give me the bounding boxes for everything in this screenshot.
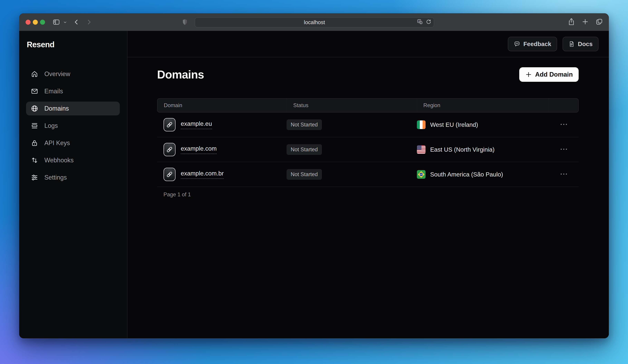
- browser-toolbar: localhost A x: [19, 13, 609, 31]
- sidebar-item-emails[interactable]: Emails: [26, 84, 120, 98]
- sidebar-item-label: Settings: [44, 174, 67, 181]
- domain-link[interactable]: example.com.br: [181, 170, 224, 179]
- column-header-actions: [549, 99, 578, 112]
- link-icon: [163, 118, 175, 131]
- sidebar-item-overview[interactable]: Overview: [26, 67, 120, 81]
- sidebar-toggle-icon[interactable]: [52, 18, 60, 26]
- domains-page: Domains Add Domain Domain Status Re: [127, 57, 609, 198]
- status-badge: Not Started: [287, 169, 322, 180]
- column-header-status: Status: [287, 99, 417, 112]
- browser-window: localhost A x: [19, 13, 609, 338]
- column-header-region: Region: [417, 99, 549, 112]
- globe-icon: [31, 105, 38, 112]
- sidebar-item-label: Overview: [44, 70, 70, 78]
- home-icon: [31, 70, 38, 78]
- sidebar-item-domains[interactable]: Domains: [26, 102, 120, 116]
- new-tab-icon[interactable]: [582, 18, 589, 26]
- sidebar-item-logs[interactable]: Logs: [26, 119, 120, 133]
- svg-text:x: x: [420, 22, 421, 24]
- sidebar-item-label: API Keys: [44, 139, 70, 147]
- privacy-shield-icon: [182, 19, 187, 25]
- desktop-background: localhost A x: [0, 0, 628, 364]
- back-button[interactable]: [73, 19, 80, 26]
- link-icon: [163, 143, 175, 156]
- sidebar: Resend Overview: [19, 31, 127, 338]
- sidebar-item-webhooks[interactable]: Webhooks: [26, 153, 120, 167]
- domain-link[interactable]: example.eu: [181, 120, 212, 129]
- translate-icon[interactable]: A x: [417, 19, 423, 26]
- table-row: example.com Not Started East US (North V…: [157, 137, 579, 162]
- forward-button[interactable]: [85, 19, 92, 26]
- zoom-window-button[interactable]: [40, 20, 45, 25]
- share-icon[interactable]: [568, 18, 575, 26]
- sidebar-item-settings[interactable]: Settings: [26, 171, 120, 184]
- sidebar-item-label: Logs: [44, 122, 58, 129]
- row-menu-button[interactable]: [560, 148, 568, 151]
- feedback-button[interactable]: Feedback: [508, 37, 557, 51]
- domains-table: Domain Status Region: [157, 98, 579, 187]
- docs-file-icon: [568, 41, 575, 47]
- close-window-button[interactable]: [26, 20, 31, 25]
- add-domain-label: Add Domain: [535, 71, 573, 78]
- ireland-flag-icon: [417, 121, 425, 129]
- region-label: East US (North Virginia): [430, 146, 495, 153]
- sidebar-item-label: Emails: [44, 88, 63, 95]
- add-domain-button[interactable]: Add Domain: [519, 67, 579, 82]
- reload-icon[interactable]: [426, 19, 431, 26]
- docs-button-label: Docs: [578, 41, 593, 48]
- table-header: Domain Status Region: [157, 98, 579, 113]
- tab-overview-icon[interactable]: [595, 18, 603, 26]
- sidebar-nav: Overview Emails: [26, 67, 120, 184]
- docs-button[interactable]: Docs: [562, 37, 599, 51]
- row-menu-button[interactable]: [560, 123, 568, 126]
- brazil-flag-icon: [417, 170, 425, 179]
- sidebar-item-api-keys[interactable]: API Keys: [26, 136, 120, 150]
- traffic-lights: [26, 20, 45, 25]
- status-badge: Not Started: [287, 119, 322, 130]
- table-row: example.eu Not Started West EU (Ireland): [157, 113, 579, 137]
- settings-sliders-icon: [31, 174, 38, 181]
- toolbar-right-buttons: [568, 13, 603, 31]
- pagination-status: Page 1 of 1: [157, 191, 579, 198]
- page-title: Domains: [157, 68, 204, 81]
- address-bar[interactable]: localhost A x: [195, 17, 434, 27]
- us-flag-icon: [417, 145, 425, 154]
- mail-icon: [31, 88, 38, 95]
- domain-link[interactable]: example.com: [181, 145, 217, 154]
- row-menu-button[interactable]: [560, 173, 568, 176]
- table-row: example.com.br Not Started South America…: [157, 162, 579, 187]
- main-area: Feedback Docs Domains: [127, 31, 609, 338]
- feedback-button-label: Feedback: [523, 41, 551, 48]
- lock-icon: [31, 139, 38, 147]
- minimize-window-button[interactable]: [33, 20, 38, 25]
- column-header-domain: Domain: [157, 99, 287, 112]
- address-bar-url: localhost: [304, 19, 325, 26]
- resend-logo: Resend: [19, 31, 127, 49]
- region-label: South America (São Paulo): [430, 171, 503, 178]
- chevron-down-icon[interactable]: [63, 20, 67, 24]
- logs-icon: [31, 122, 38, 129]
- resend-app: Resend Overview: [19, 31, 609, 338]
- sidebar-item-label: Webhooks: [44, 157, 74, 164]
- link-icon: [163, 168, 175, 181]
- region-label: West EU (Ireland): [430, 121, 478, 128]
- feedback-bubble-icon: [514, 41, 520, 47]
- app-header: Feedback Docs: [127, 31, 609, 57]
- status-badge: Not Started: [287, 144, 322, 155]
- plus-icon: [525, 71, 532, 78]
- webhooks-icon: [31, 157, 38, 164]
- sidebar-item-label: Domains: [44, 105, 69, 112]
